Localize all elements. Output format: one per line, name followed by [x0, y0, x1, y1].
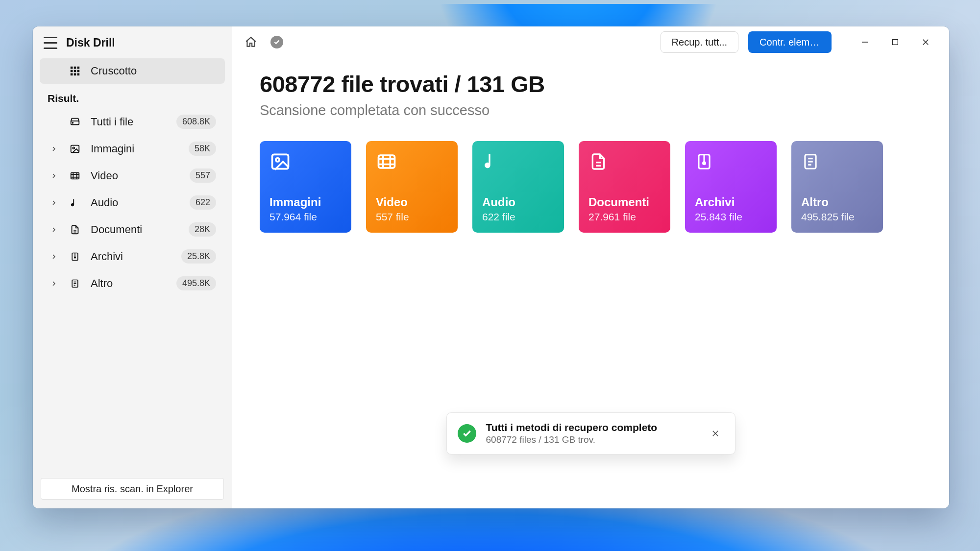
category-cards: Immagini57.964 fileVideo557 fileAudio622… — [260, 141, 922, 233]
sidebar-header: Disk Drill — [33, 29, 232, 58]
sidebar-item-label: Immagini — [91, 143, 180, 155]
sidebar-item-tutti-i-file[interactable]: Tutti i file608.8K — [40, 108, 225, 135]
sidebar: Disk Drill › Cruscotto Risult. Tutti i f… — [33, 26, 232, 508]
svg-rect-11 — [71, 145, 79, 152]
category-card-archivi[interactable]: Archivi25.843 file — [685, 141, 777, 233]
card-count: 622 file — [482, 211, 554, 223]
card-count: 25.843 file — [695, 211, 767, 223]
category-card-audio[interactable]: Audio622 file — [472, 141, 564, 233]
video-icon — [68, 169, 82, 182]
card-count: 57.964 file — [270, 211, 342, 223]
home-icon[interactable] — [241, 32, 261, 52]
sidebar-item-label: Archivi — [91, 250, 172, 263]
sidebar-item-label: Documenti — [91, 223, 180, 236]
success-check-icon — [458, 424, 476, 443]
svg-point-10 — [73, 122, 74, 123]
menu-icon[interactable] — [44, 37, 57, 49]
svg-point-32 — [276, 158, 279, 162]
svg-rect-8 — [77, 73, 80, 76]
sidebar-section-results: Risult. — [33, 84, 232, 108]
sidebar-item-badge: 622 — [190, 195, 216, 210]
card-name: Immagini — [270, 195, 342, 209]
sidebar-item-altro[interactable]: Altro495.8K — [40, 270, 225, 297]
card-count: 495.825 file — [801, 211, 873, 223]
app-window: Disk Drill › Cruscotto Risult. Tutti i f… — [33, 26, 949, 508]
maximize-button[interactable] — [881, 31, 910, 53]
toast-title: Tutti i metodi di recupero completo — [486, 422, 658, 433]
svg-rect-6 — [71, 73, 73, 76]
svg-rect-7 — [74, 73, 76, 76]
svg-rect-3 — [71, 70, 73, 72]
category-card-altro[interactable]: Altro495.825 file — [791, 141, 883, 233]
close-button[interactable] — [911, 31, 940, 53]
svg-rect-13 — [71, 172, 79, 179]
chevron-right-icon[interactable] — [49, 226, 59, 233]
sidebar-item-badge: 58K — [189, 142, 216, 156]
toast-close-button[interactable] — [707, 425, 724, 442]
svg-rect-2 — [77, 67, 80, 69]
sidebar-item-badge: 557 — [190, 168, 216, 183]
summary-subtitle: Scansione completata con successo — [260, 102, 922, 119]
app-title: Disk Drill — [66, 36, 115, 49]
chevron-right-icon[interactable] — [49, 199, 59, 206]
sidebar-item-audio[interactable]: Audio622 — [40, 189, 225, 216]
card-count: 27.961 file — [588, 211, 661, 223]
show-in-explorer-button[interactable]: Mostra ris. scan. in Explorer — [41, 478, 224, 500]
chevron-right-icon[interactable] — [49, 145, 59, 152]
image-icon — [68, 143, 82, 155]
sidebar-item-badge: 495.8K — [176, 276, 216, 290]
checkmark-icon[interactable] — [270, 36, 283, 48]
recover-all-button[interactable]: Recup. tutt... — [661, 31, 738, 53]
svg-rect-33 — [379, 155, 395, 168]
svg-rect-28 — [893, 40, 898, 45]
archive-icon — [68, 250, 82, 263]
category-card-immagini[interactable]: Immagini57.964 file — [260, 141, 351, 233]
card-name: Altro — [801, 195, 873, 209]
video-icon — [376, 151, 399, 174]
sidebar-item-immagini[interactable]: Immagini58K — [40, 135, 225, 162]
sidebar-item-dashboard[interactable]: › Cruscotto — [40, 58, 225, 84]
audio-icon — [68, 196, 82, 209]
window-controls — [850, 31, 940, 53]
chevron-right-icon[interactable] — [49, 253, 59, 260]
archive-icon — [695, 151, 718, 174]
main-area: Recup. tutt... Contr. elem. trov. 608772… — [232, 26, 949, 508]
disk-icon — [68, 116, 82, 128]
sidebar-item-label: Audio — [91, 196, 181, 209]
category-card-documenti[interactable]: Documenti27.961 file — [579, 141, 670, 233]
toolbar: Recup. tutt... Contr. elem. trov. — [232, 26, 949, 58]
card-name: Archivi — [695, 195, 767, 209]
sidebar-item-label: Altro — [91, 277, 168, 290]
chevron-right-icon[interactable] — [49, 280, 59, 287]
sidebar-item-badge: 25.8K — [181, 249, 216, 264]
sidebar-item-label: Tutti i file — [91, 116, 168, 128]
other-icon — [68, 277, 82, 290]
minimize-button[interactable] — [850, 31, 880, 53]
card-name: Documenti — [588, 195, 661, 209]
doc-icon — [588, 151, 612, 174]
doc-icon — [68, 223, 82, 236]
card-count: 557 file — [376, 211, 448, 223]
sidebar-item-label: Cruscotto — [91, 65, 216, 77]
sidebar-item-video[interactable]: Video557 — [40, 162, 225, 189]
sidebar-item-badge: 28K — [189, 222, 216, 237]
chevron-right-icon[interactable] — [49, 172, 59, 179]
review-found-button[interactable]: Contr. elem. trov. — [748, 31, 832, 53]
svg-point-22 — [74, 257, 76, 258]
svg-rect-0 — [71, 67, 73, 69]
grid-icon — [68, 65, 82, 77]
svg-rect-5 — [77, 70, 80, 72]
sidebar-item-badge: 608.8K — [176, 115, 216, 129]
svg-point-12 — [73, 147, 74, 149]
svg-rect-4 — [74, 70, 76, 72]
card-name: Audio — [482, 195, 554, 209]
sidebar-item-documenti[interactable]: Documenti28K — [40, 216, 225, 243]
svg-rect-31 — [272, 154, 289, 168]
audio-icon — [482, 151, 506, 174]
sidebar-item-archivi[interactable]: Archivi25.8K — [40, 243, 225, 270]
completion-toast: Tutti i metodi di recupero completo 6087… — [446, 412, 735, 455]
card-name: Video — [376, 195, 448, 209]
sidebar-item-label: Video — [91, 169, 181, 182]
category-card-video[interactable]: Video557 file — [366, 141, 458, 233]
toast-subtitle: 608772 files / 131 GB trov. — [486, 434, 658, 445]
